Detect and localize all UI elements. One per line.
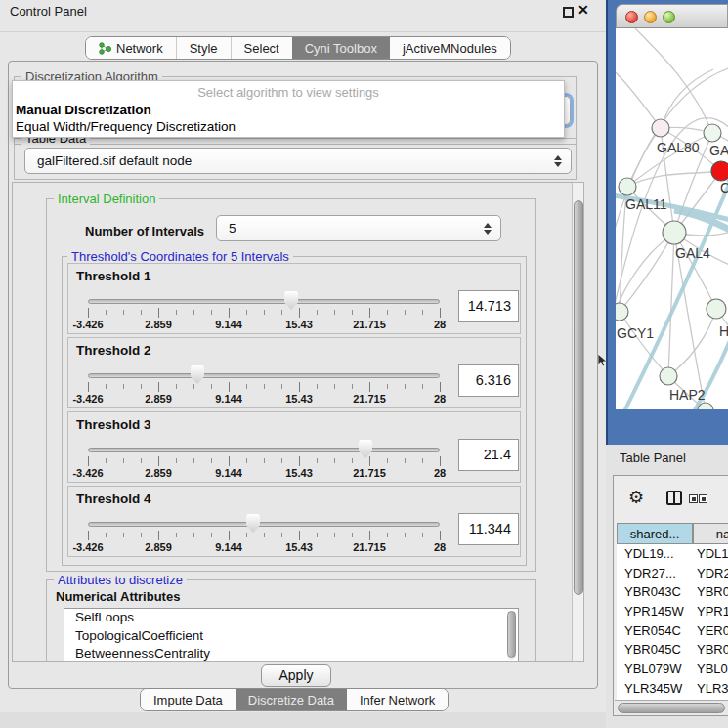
combo-arrows-icon — [484, 223, 492, 235]
table-row[interactable]: YBR045CYBR0 — [617, 640, 728, 660]
settings-scroll-viewport: Interval Definition Number of Intervals … — [12, 182, 584, 662]
settings-vertical-scrollbar[interactable] — [572, 183, 584, 661]
tab-jactivemnodules[interactable]: jActiveMNodules — [390, 37, 510, 59]
table-row[interactable]: YLR345WYLR3 — [617, 679, 728, 699]
dropdown-option-equal-width[interactable]: Equal Width/Frequency Discretization — [16, 119, 236, 134]
table-row[interactable]: YDR27...YDR2 — [617, 564, 728, 583]
tick-label: 15.43 — [274, 393, 324, 405]
threshold-2-label: Threshold 2 — [76, 343, 151, 358]
list-item-selfloops[interactable]: SelfLoops — [64, 609, 518, 627]
table-row[interactable]: YPR145WYPR1 — [617, 602, 728, 621]
scrollbar-thumb[interactable] — [574, 200, 583, 595]
algorithm-dropdown-popup: Select algorithm to view settings Manual… — [12, 80, 565, 138]
threshold-1-value-field[interactable]: 14.713 — [458, 290, 519, 322]
num-intervals-combobox[interactable]: 5 — [216, 215, 501, 241]
table-row[interactable]: YER054CYER0 — [617, 621, 728, 641]
node-gal11 — [619, 178, 636, 195]
apply-button[interactable]: Apply — [261, 664, 331, 687]
table-panel-title: Table Panel — [620, 450, 686, 465]
attributes-group-title: Attributes to discretize — [54, 573, 187, 587]
close-traffic-light[interactable] — [625, 11, 638, 23]
status-strip — [0, 712, 606, 728]
column-header-name[interactable]: name — [693, 523, 728, 544]
threshold-4-value-field[interactable]: 11.344 — [458, 513, 519, 545]
tab-cyni-toolbox[interactable]: Cyni Toolbox — [292, 37, 390, 59]
tick-label: -3.426 — [63, 541, 113, 553]
close-icon[interactable]: ✕ — [578, 2, 589, 18]
threshold-2-slider-track[interactable] — [88, 373, 440, 378]
network-icon — [99, 41, 111, 56]
interval-definition-title: Interval Definition — [54, 192, 159, 206]
table-horizontal-scrollbar[interactable] — [615, 700, 728, 715]
threshold-2-ticks — [88, 384, 441, 389]
gear-icon[interactable]: ⚙ — [628, 487, 644, 508]
numerical-attributes-label: Numerical Attributes — [56, 589, 180, 604]
tab-style[interactable]: Style — [177, 37, 231, 59]
cyni-mode-tabbar: Impute Data Discretize Data Infer Networ… — [140, 688, 449, 711]
float-window-icon[interactable] — [563, 7, 574, 18]
tick-label: 2.859 — [133, 319, 184, 330]
node-table-rows: YDL19...YDL1 YDR27...YDR2 YBR043CYBR0 YP… — [617, 544, 728, 701]
tab-discretize-data[interactable]: Discretize Data — [236, 689, 347, 710]
tick-label: 9.144 — [203, 319, 254, 330]
minimize-traffic-light[interactable] — [644, 11, 657, 23]
node-h — [707, 299, 726, 319]
node-label-gcy1: GCY1 — [617, 325, 654, 341]
tick-label: 9.144 — [203, 467, 254, 479]
tick-label: -3.426 — [63, 319, 113, 330]
node-gal80 — [652, 119, 669, 137]
node-label-h: H — [719, 323, 728, 339]
threshold-4-slider-thumb[interactable] — [246, 514, 260, 533]
node-ga — [704, 124, 721, 142]
node-gcy1 — [616, 303, 628, 321]
control-panel-title: Control Panel — [10, 4, 87, 19]
network-window-titlebar[interactable] — [616, 4, 728, 28]
table-data-value: galFiltered.sif default node — [37, 153, 192, 168]
threshold-4-ticks — [88, 533, 441, 537]
scrollbar-thumb[interactable] — [618, 703, 725, 713]
split-table-icon[interactable] — [666, 491, 682, 505]
threshold-1-label: Threshold 1 — [76, 269, 151, 283]
num-intervals-value: 5 — [229, 221, 236, 236]
node-label-gal11: GAL11 — [625, 196, 667, 212]
numerical-attributes-list: SelfLoops TopologicalCoefficient Between… — [64, 608, 519, 662]
table-row[interactable]: YDL19...YDL1 — [617, 544, 728, 564]
threshold-1-panel: Threshold 1 -3.426 2.859 9.144 15.43 21.… — [67, 263, 521, 334]
list-item-betweennesscentrality[interactable]: BetweennessCentrality — [64, 645, 518, 662]
tab-impute-data[interactable]: Impute Data — [141, 689, 236, 710]
list-item-topologicalcoefficient[interactable]: TopologicalCoefficient — [64, 627, 518, 646]
tick-label: 9.144 — [203, 393, 254, 405]
tick-label: 21.715 — [344, 319, 395, 330]
tab-network-label: Network — [116, 41, 163, 56]
threshold-2-slider-thumb[interactable] — [191, 365, 204, 384]
thresholds-group-title: Threshold's Coordinates for 5 Intervals — [67, 249, 293, 264]
table-row[interactable]: YBR043CYBR0 — [617, 582, 728, 602]
zoom-traffic-light[interactable] — [663, 11, 675, 23]
table-data-combobox[interactable]: galFiltered.sif default node — [24, 148, 572, 174]
threshold-4-slider-track[interactable] — [88, 522, 440, 527]
node-label-hap2: HAP2 — [669, 387, 706, 403]
tab-infer-network[interactable]: Infer Network — [347, 689, 448, 710]
dropdown-option-manual[interactable]: Manual Discretization — [16, 103, 151, 117]
threshold-2-panel: Threshold 2 -3.426 2.859 9.144 15.43 21.… — [67, 337, 521, 408]
select-columns-icon-2[interactable] — [699, 494, 707, 503]
column-header-shared-name[interactable]: shared... — [617, 523, 693, 544]
threshold-1-slider-thumb[interactable] — [284, 291, 298, 310]
threshold-3-slider-track[interactable] — [88, 448, 440, 452]
tab-network[interactable]: Network — [86, 37, 176, 59]
node-label-c: C — [720, 180, 728, 195]
threshold-1-slider-track[interactable] — [88, 299, 440, 304]
network-canvas[interactable]: GAL80 GA C GAL11 GAL4 GCY1 H HAP2 — [616, 28, 728, 409]
select-columns-icon[interactable] — [689, 494, 698, 503]
tab-select[interactable]: Select — [232, 37, 292, 59]
list-scrollbar[interactable] — [507, 611, 516, 660]
threshold-4-label: Threshold 4 — [76, 492, 151, 506]
tick-label: 2.859 — [133, 541, 184, 553]
tick-label: 15.43 — [274, 541, 324, 553]
control-panel-tabbar: Network Style Select Cyni Toolbox jActiv… — [85, 36, 511, 60]
table-row[interactable]: YBL079WYBL0 — [617, 660, 728, 679]
tick-label: -3.426 — [63, 467, 113, 479]
node-label-gal80: GAL80 — [657, 140, 700, 155]
threshold-2-value-field[interactable]: 6.316 — [458, 364, 519, 397]
threshold-3-value-field[interactable]: 21.4 — [458, 439, 519, 471]
